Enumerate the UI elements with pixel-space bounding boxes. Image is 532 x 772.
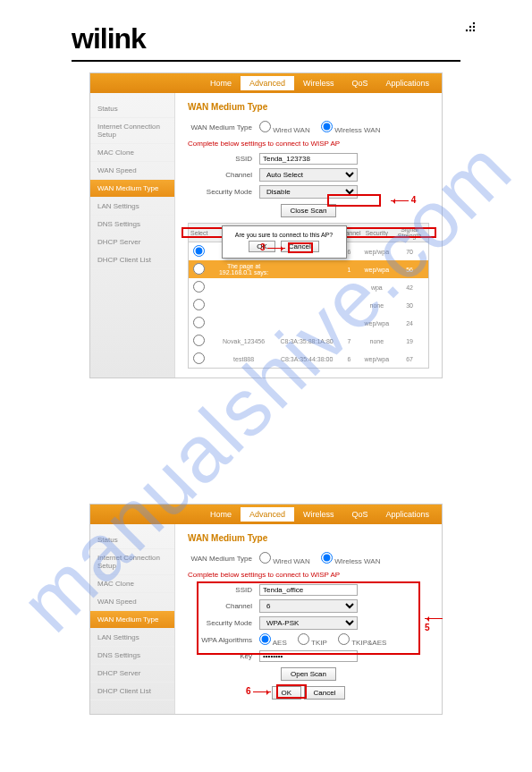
wireless-wan-radio[interactable]: Wireless WAN: [321, 126, 381, 134]
cell-security: wep/wpa: [363, 350, 392, 369]
wired-wan-radio[interactable]: Wired WAN: [259, 126, 310, 134]
logo-dots-icon: [464, 21, 477, 33]
header-divider: [72, 60, 460, 62]
row-select-radio[interactable]: [193, 317, 205, 328]
tab-applications[interactable]: Applications: [376, 76, 438, 90]
topbar: Home Advanced Wireless QoS Applications: [90, 505, 442, 524]
sidebar-item-wan-speed[interactable]: WAN Speed: [90, 162, 174, 180]
logo-text: wilink: [72, 22, 146, 55]
row-select-radio[interactable]: [193, 281, 205, 293]
warning-text: Complete below settings to connect to WI…: [188, 140, 429, 148]
screenshot-1: Home Advanced Wireless QoS Applications …: [89, 72, 443, 378]
table-row[interactable]: none30: [189, 296, 429, 314]
svg-point-5: [473, 22, 475, 24]
row-select-radio[interactable]: [193, 352, 205, 364]
tab-applications[interactable]: Applications: [376, 507, 438, 522]
sidebar-item-dhcp-client[interactable]: DHCP Client List: [90, 683, 174, 700]
row-select-radio[interactable]: [193, 263, 205, 275]
sidebar-item-status[interactable]: Status: [90, 100, 174, 118]
table-row[interactable]: wpa42: [189, 278, 429, 296]
tab-wireless[interactable]: Wireless: [294, 507, 343, 522]
cell-signal: 30: [391, 296, 428, 314]
row-select-radio[interactable]: [193, 299, 205, 310]
open-scan-button[interactable]: Open Scan: [281, 667, 336, 681]
cell-security: wep/wpa: [363, 260, 392, 278]
cell-mac: [278, 296, 336, 314]
cell-channel: [335, 314, 362, 332]
cell-mac: [278, 260, 336, 278]
callout-6: 6: [246, 686, 271, 696]
tab-qos[interactable]: QoS: [342, 76, 376, 90]
tab-home[interactable]: Home: [201, 76, 241, 90]
annotation-box-4: [327, 194, 381, 207]
cell-ssid: [209, 314, 277, 332]
sidebar-item-internet[interactable]: Internet Connection Setup: [90, 549, 174, 575]
annotation-box-6: [276, 684, 307, 699]
cell-mac: C8:3A:35:44:38:00: [278, 350, 336, 369]
sidebar-item-wan-medium[interactable]: WAN Medium Type: [90, 611, 174, 629]
tab-advanced[interactable]: Advanced: [241, 76, 294, 90]
sidebar-item-mac-clone[interactable]: MAC Clone: [90, 144, 174, 162]
tab-home[interactable]: Home: [201, 507, 241, 522]
sidebar-item-dns[interactable]: DNS Settings: [90, 216, 174, 233]
ssid-label: SSID: [188, 155, 259, 163]
sidebar-item-lan[interactable]: LAN Settings: [90, 198, 174, 216]
cell-channel: 6: [335, 350, 362, 369]
callout-4: 4: [391, 195, 416, 205]
content-panel: WAN Medium Type WAN Medium Type Wired WA…: [175, 524, 442, 714]
sidebar-item-wan-speed[interactable]: WAN Speed: [90, 593, 174, 611]
row-select-radio[interactable]: [193, 335, 205, 346]
table-row[interactable]: The page at 192.168.0.1 says:1wep/wpa56: [189, 260, 429, 278]
callout-3: 3: [260, 242, 285, 252]
tab-advanced[interactable]: Advanced: [241, 507, 294, 522]
svg-point-4: [473, 26, 475, 28]
cell-ssid: [209, 296, 277, 314]
cancel-button[interactable]: Cancel: [304, 686, 346, 700]
table-row[interactable]: Novak_123456C8:3A:35:88:1A:807none19: [189, 332, 429, 350]
tab-wireless[interactable]: Wireless: [294, 76, 343, 90]
sidebar-item-dhcp-server[interactable]: DHCP Server: [90, 233, 174, 251]
sidebar-item-mac-clone[interactable]: MAC Clone: [90, 575, 174, 593]
sidebar-item-dhcp-client[interactable]: DHCP Client List: [90, 251, 174, 269]
callout-5: 5: [425, 613, 443, 632]
row-select-radio[interactable]: [193, 245, 205, 257]
table-row[interactable]: test888C8:3A:35:44:38:006wep/wpa67: [189, 350, 429, 369]
cell-mac: [278, 278, 336, 296]
sidebar-item-wan-medium[interactable]: WAN Medium Type: [90, 180, 174, 198]
cell-security: none: [363, 296, 392, 314]
cell-security: wpa: [363, 278, 392, 296]
cell-security: wep/wpa: [363, 242, 392, 261]
cell-channel: 7: [335, 332, 362, 350]
cell-security: wep/wpa: [363, 314, 392, 332]
sidebar-item-internet[interactable]: Internet Connection Setup: [90, 118, 174, 144]
svg-point-0: [466, 30, 468, 31]
cell-signal: 24: [391, 314, 428, 332]
logo: wilink: [72, 22, 460, 55]
cell-signal: 19: [391, 332, 428, 350]
svg-point-2: [473, 30, 475, 31]
tab-qos[interactable]: QoS: [342, 507, 376, 522]
cell-mac: [278, 314, 336, 332]
channel-select[interactable]: Auto Select: [259, 168, 358, 182]
sidebar-item-dns[interactable]: DNS Settings: [90, 647, 174, 665]
cell-channel: [335, 296, 362, 314]
sidebar-item-status[interactable]: Status: [90, 531, 174, 549]
wireless-wan-radio[interactable]: Wireless WAN: [321, 557, 381, 565]
sidebar-item-lan[interactable]: LAN Settings: [90, 629, 174, 647]
wired-wan-radio[interactable]: Wired WAN: [259, 557, 310, 565]
cell-ssid: The page at 192.168.0.1 says:: [209, 260, 277, 278]
annotation-box-5: [197, 581, 420, 655]
sidebar-item-dhcp-server[interactable]: DHCP Server: [90, 665, 174, 683]
warning-text: Complete below settings to connect to WI…: [188, 571, 429, 579]
ssid-input[interactable]: [259, 153, 358, 165]
medium-type-label: WAN Medium Type: [188, 123, 259, 131]
cell-channel: [335, 278, 362, 296]
sidebar: Status Internet Connection Setup MAC Clo…: [90, 93, 175, 378]
security-label: Security Mode: [188, 188, 259, 196]
cell-ssid: Novak_123456: [209, 332, 277, 350]
table-row[interactable]: wep/wpa24: [189, 314, 429, 332]
channel-label: Channel: [188, 171, 259, 179]
cell-security: none: [363, 332, 392, 350]
cell-channel: 1: [335, 260, 362, 278]
cell-signal: 42: [391, 278, 428, 296]
